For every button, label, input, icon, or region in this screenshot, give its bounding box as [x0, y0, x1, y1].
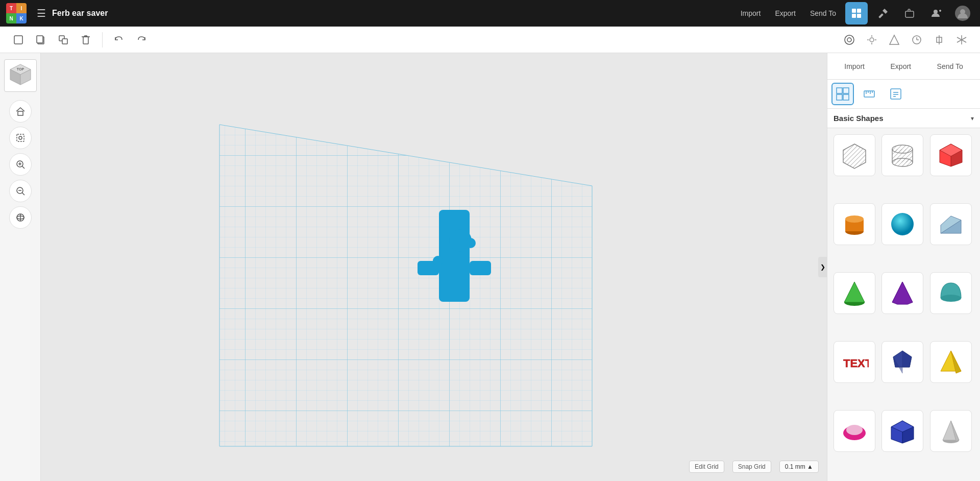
toolbar [0, 27, 980, 53]
svg-rect-56 [837, 88, 842, 93]
add-user-button[interactable] [925, 2, 947, 25]
shape-paraboloid[interactable] [930, 272, 972, 314]
hammer-icon-button[interactable] [872, 2, 894, 25]
ferb-3d-object[interactable] [403, 200, 505, 334]
logo-n: N [6, 13, 16, 23]
shape-torus[interactable] [834, 410, 875, 452]
delete-button[interactable] [76, 30, 96, 50]
edit-grid-button[interactable]: Edit Grid [689, 461, 724, 473]
duplicate-button[interactable] [53, 30, 74, 50]
shapes-dropdown-arrow[interactable]: ▾ [971, 115, 974, 122]
zoom-out-button[interactable] [9, 180, 32, 202]
svg-rect-15 [62, 39, 67, 44]
svg-marker-93 [893, 351, 912, 373]
shape-cone-light[interactable] [930, 410, 972, 452]
svg-rect-0 [852, 9, 856, 13]
svg-rect-58 [837, 94, 842, 100]
svg-marker-87 [844, 282, 865, 302]
svg-rect-36 [17, 134, 24, 141]
profile-button[interactable] [951, 2, 974, 25]
shapes-category-header: Basic Shapes ▾ [827, 109, 980, 128]
fit-selection-button[interactable] [9, 127, 32, 149]
right-panel: ❯ Import Export Send To [827, 53, 980, 481]
toolbar-sep-1 [102, 32, 103, 47]
export-button-right[interactable]: Export [885, 59, 917, 74]
shape-cone-green[interactable] [834, 272, 875, 314]
shape-box[interactable] [930, 134, 972, 176]
shape-cylinder-hole[interactable] [881, 134, 923, 176]
svg-point-55 [465, 238, 476, 248]
svg-rect-50 [439, 210, 470, 302]
svg-rect-16 [83, 37, 88, 44]
tab-grid[interactable] [831, 83, 854, 105]
svg-point-19 [870, 38, 874, 42]
measure-button[interactable] [906, 30, 927, 50]
snap-grid-value[interactable]: 0.1 mm ▲ [779, 461, 819, 473]
import-button-right[interactable]: Import [838, 59, 871, 74]
shape-polygon[interactable] [881, 341, 923, 383]
export-button[interactable]: Export [770, 9, 800, 17]
svg-point-83 [891, 213, 914, 235]
shape-box-dark[interactable] [881, 410, 923, 452]
tab-ruler[interactable] [858, 83, 880, 105]
shape-cylinder[interactable] [834, 203, 875, 245]
shape-pyramid-yellow[interactable] [930, 341, 972, 383]
svg-rect-53 [470, 261, 491, 275]
topbar: T I N K ☰ Ferb ear saver Import Export S… [0, 0, 980, 27]
tab-notes[interactable] [885, 83, 907, 105]
undo-button[interactable] [109, 30, 129, 50]
shapes-category-label: Basic Shapes [834, 114, 884, 123]
svg-rect-35 [18, 111, 23, 115]
grid-view-button[interactable] [845, 2, 868, 25]
svg-rect-1 [857, 9, 861, 13]
svg-line-39 [22, 166, 24, 169]
new-button[interactable] [8, 30, 29, 50]
import-button[interactable]: Import [736, 9, 766, 17]
shape-sphere[interactable] [881, 203, 923, 245]
svg-marker-70 [843, 144, 866, 169]
outline-button[interactable] [884, 30, 904, 50]
shapes-grid: TEXT [827, 128, 980, 481]
send-to-button[interactable]: Send To [805, 9, 841, 17]
project-name[interactable]: Ferb ear saver [52, 9, 108, 18]
send-to-button-right[interactable]: Send To [931, 59, 969, 74]
camera-view-button[interactable] [839, 30, 860, 50]
right-panel-top: Import Export Send To [827, 53, 980, 80]
perspective-button[interactable] [9, 206, 32, 229]
shape-pyramid-purple[interactable] [881, 272, 923, 314]
copy-design-button[interactable] [31, 30, 51, 50]
svg-text:TOP: TOP [16, 67, 24, 71]
redo-button[interactable] [131, 30, 152, 50]
mirror-button[interactable] [951, 30, 972, 50]
shape-text-3d[interactable]: TEXT [834, 341, 875, 383]
logo-t: T [6, 3, 16, 13]
view-cube[interactable]: TOP [4, 59, 37, 92]
svg-rect-5 [905, 11, 914, 17]
align-button[interactable] [929, 30, 949, 50]
svg-rect-11 [14, 36, 22, 44]
logo-i: I [16, 3, 27, 13]
light-button[interactable] [862, 30, 882, 50]
viewport[interactable]: Edit Grid Snap Grid 0.1 mm ▲ [41, 53, 827, 481]
svg-point-18 [847, 38, 851, 42]
panel-collapse-button[interactable]: ❯ [818, 257, 827, 277]
nav-right: Import Export Send To [736, 2, 974, 25]
project-list-icon[interactable]: ☰ [37, 7, 46, 19]
svg-marker-24 [890, 35, 899, 44]
svg-point-74 [892, 158, 913, 166]
svg-text:TEXT: TEXT [843, 357, 869, 370]
viewport-statusbar: Edit Grid Snap Grid 0.1 mm ▲ [689, 461, 819, 473]
svg-marker-89 [892, 282, 913, 304]
shape-wedge[interactable] [930, 203, 972, 245]
svg-point-90 [941, 295, 961, 302]
briefcase-button[interactable] [898, 2, 921, 25]
svg-point-54 [433, 256, 443, 266]
svg-rect-65 [891, 89, 901, 99]
svg-rect-4 [878, 13, 884, 18]
shape-box-hole[interactable] [834, 134, 875, 176]
svg-point-37 [19, 136, 22, 139]
zoom-in-button[interactable] [9, 153, 32, 176]
svg-point-6 [934, 10, 938, 14]
home-view-button[interactable] [9, 100, 32, 123]
tinkercad-logo[interactable]: T I N K [6, 3, 27, 23]
